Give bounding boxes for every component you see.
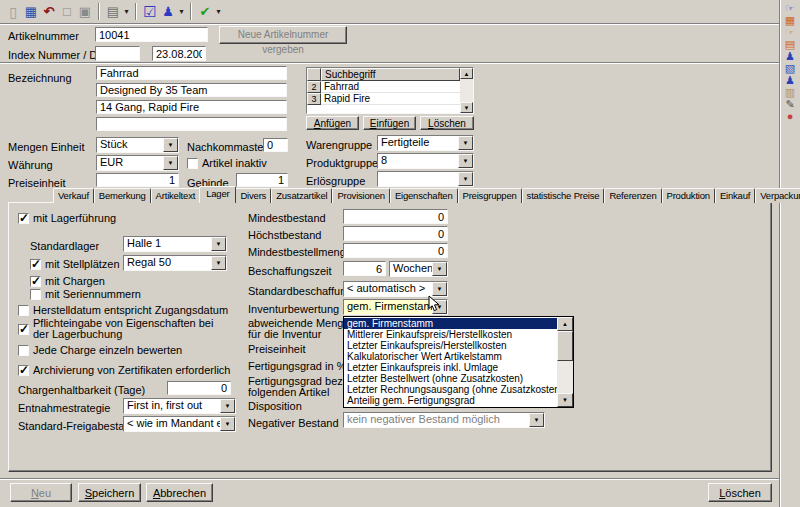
copy-icon[interactable] (76, 3, 94, 21)
mindestbestellmenge-input[interactable] (343, 243, 448, 258)
chevron-down-icon[interactable] (432, 262, 447, 276)
chevron-down-icon[interactable] (211, 237, 226, 251)
pflichteingabe-checkbox[interactable]: Pflichteingabe von Eigenschaften bei der… (18, 318, 219, 340)
checkbox-indicator[interactable] (187, 158, 198, 169)
mengen-einheit-select[interactable]: Stück (96, 137, 179, 153)
tab[interactable]: Produktion (662, 188, 715, 203)
tab[interactable]: Zusatzartikel (271, 188, 332, 203)
dropdown-option[interactable]: Mittlerer Einkaufspreis/Herstellkosten (344, 329, 557, 340)
scroll-up-icon[interactable] (460, 68, 473, 79)
user-icon[interactable] (159, 3, 177, 21)
tab[interactable]: Preisgruppen (458, 188, 522, 203)
erloesgruppe-select[interactable] (377, 171, 474, 187)
tab[interactable]: Divers (235, 188, 271, 203)
neue-artikelnummer-button[interactable]: Neue Artikelnummer vergeben (219, 26, 347, 44)
new-document-icon[interactable] (4, 3, 22, 21)
confirm-icon[interactable] (196, 3, 214, 21)
mit-stellplaetzen-checkbox[interactable]: mit Stellplätzen (30, 258, 120, 270)
tab[interactable]: Referenzen (604, 188, 661, 203)
chevron-down-icon[interactable] (163, 138, 178, 152)
checkbox-indicator[interactable] (18, 324, 29, 335)
undo-icon[interactable] (40, 3, 58, 21)
tab[interactable]: Eigenschaften (390, 188, 458, 203)
tab[interactable]: Bemerkung (94, 188, 151, 203)
loeschen-button[interactable]: Löschen (708, 483, 772, 502)
standardlager-select[interactable]: Halle 1 (123, 236, 227, 252)
tab[interactable]: Artikeltext (151, 188, 201, 203)
mit-chargen-checkbox[interactable]: mit Chargen (30, 275, 105, 287)
bezeichnung-input[interactable] (96, 100, 287, 114)
index-datum-input[interactable] (152, 46, 206, 61)
tab[interactable]: Provisionen (332, 188, 389, 203)
tab[interactable]: Lager (199, 186, 236, 203)
chevron-down-icon[interactable] (220, 417, 235, 431)
chevron-down-icon[interactable] (220, 399, 235, 413)
dropdown-option[interactable]: Anteilig gem. Fertigungsgrad (344, 395, 557, 406)
chevron-down-icon[interactable] (432, 282, 447, 296)
confirm-dropdown-caret-icon[interactable] (214, 3, 223, 21)
globe-icon[interactable]: ● (782, 111, 798, 122)
catalog-icon[interactable]: ▤ (782, 39, 798, 50)
package-icon[interactable] (58, 3, 76, 21)
pen-icon[interactable]: ✎ (782, 99, 798, 110)
scroll-down-icon[interactable] (557, 393, 573, 407)
bezeichnung-input[interactable] (96, 66, 287, 80)
checkbox-indicator[interactable] (18, 345, 29, 356)
checkbox-indicator[interactable] (18, 365, 29, 376)
chevron-down-icon[interactable] (211, 256, 226, 270)
mindestbestand-input[interactable] (343, 209, 448, 224)
print-icon[interactable] (104, 3, 122, 21)
crate-icon[interactable]: ▦ (782, 15, 798, 26)
beschaffungszeit-input[interactable] (343, 261, 386, 276)
beschaffungszeit-unit-select[interactable]: Wochen (389, 261, 448, 277)
dropdown-option[interactable]: Kalkulatorischer Wert Artikelstamm (344, 351, 557, 362)
abbrechen-button[interactable]: Abbrechen (146, 483, 213, 502)
chevron-down-icon[interactable] (458, 136, 473, 150)
speichern-button[interactable]: Speichern (78, 483, 141, 502)
anfuegen-button[interactable]: Anfügen (306, 116, 359, 130)
person-note-icon[interactable]: ♟ (782, 75, 798, 86)
tab[interactable]: Einkauf (715, 188, 755, 203)
artikelnummer-input[interactable] (95, 27, 208, 42)
tab[interactable]: Verkauf (53, 188, 94, 203)
herstelldatum-checkbox[interactable]: Herstelldatum entspricht Zugangsdatum (18, 304, 228, 316)
dropdown-option[interactable]: gem. Firmenstamm (344, 318, 557, 329)
scrollbar-thumb[interactable] (557, 331, 573, 361)
mit-seriennummern-checkbox[interactable]: mit Seriennummern (30, 288, 141, 300)
save-icon[interactable] (22, 3, 40, 21)
mit-lagerfuehrung-checkbox[interactable]: mit Lagerführung (18, 212, 116, 224)
tab[interactable]: statistische Preise (522, 188, 605, 203)
archivierung-checkbox[interactable]: Archivierung von Zertifikaten erforderli… (18, 364, 230, 376)
entnahmestrategie-select[interactable]: First in, first out (123, 398, 236, 414)
suchbegriff-row[interactable]: 3 Rapid Fire (307, 93, 460, 105)
chevron-down-icon[interactable] (529, 413, 544, 427)
user-dropdown-caret-icon[interactable] (177, 3, 186, 21)
jede-charge-checkbox[interactable]: Jede Charge einzeln bewerten (18, 344, 182, 356)
bezeichnung-input[interactable] (96, 83, 287, 97)
produktgruppe-select[interactable]: 8 (377, 153, 474, 169)
artikel-inaktiv-checkbox[interactable]: Artikel inaktiv (187, 157, 267, 169)
checkbox-indicator[interactable] (18, 305, 29, 316)
dropdown-option[interactable]: Letzter Bestellwert (ohne Zusatzkosten) (344, 373, 557, 384)
chevron-down-icon[interactable] (458, 172, 473, 186)
warengruppe-select[interactable]: Fertigteile (377, 135, 474, 151)
suchbegriff-row[interactable]: 2 Fahrrad (307, 81, 460, 93)
stellplatz-select[interactable]: Regal 50 (123, 255, 227, 271)
waehrung-select[interactable]: EUR (96, 155, 179, 171)
person-icon[interactable]: ♟ (782, 51, 798, 62)
print-dropdown-caret-icon[interactable] (122, 3, 131, 21)
scroll-down-icon[interactable] (460, 102, 473, 113)
preiseinheit-input[interactable] (96, 173, 179, 187)
bezeichnung-input[interactable] (96, 117, 287, 131)
dropdown-option[interactable]: Letzter Einkaufspreis inkl. Umlage (344, 362, 557, 373)
gebinde-input[interactable] (236, 173, 288, 187)
negativer-bestand-select[interactable]: kein negativer Bestand möglich (343, 412, 545, 428)
checkbox-indicator[interactable] (18, 213, 29, 224)
neu-button[interactable]: Neu (10, 483, 72, 502)
chevron-down-icon[interactable] (458, 154, 473, 168)
dropdown-option[interactable]: Letzter Rechnungsausgang (ohne Zusatzkos… (344, 384, 557, 395)
freigabestatus-select[interactable]: < wie im Mandant einges (123, 416, 236, 432)
dropdown-scrollbar[interactable] (557, 317, 573, 407)
hoechstbestand-input[interactable] (343, 226, 448, 241)
box-page-icon[interactable]: ▥ (782, 87, 798, 98)
